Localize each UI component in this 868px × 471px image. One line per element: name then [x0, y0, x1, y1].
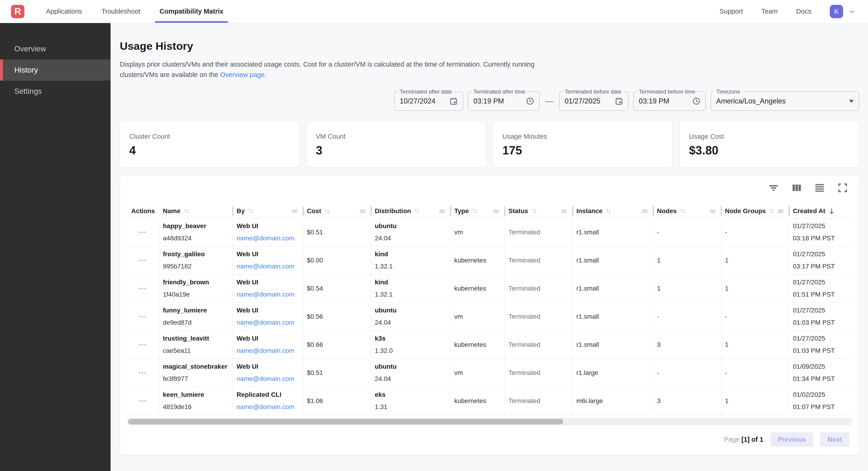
- terminated-before-date-input[interactable]: Terminated before date 01/27/2025: [559, 91, 629, 111]
- column-header-type[interactable]: Type: [451, 204, 505, 218]
- density-icon[interactable]: [813, 182, 826, 194]
- column-menu-icon[interactable]: [291, 208, 298, 214]
- stat-card-vm-count: VM Count 3: [306, 121, 486, 168]
- column-header-instance[interactable]: Instance: [573, 204, 653, 218]
- row-actions-button[interactable]: •••: [139, 286, 147, 292]
- account-menu[interactable]: K: [830, 5, 856, 18]
- cell-created-at: 01/27/202503:18 PM PST: [789, 218, 852, 246]
- column-menu-icon[interactable]: [777, 208, 784, 214]
- terminated-before-time-input[interactable]: Terminated before time 03:19 PM: [633, 91, 706, 111]
- cell-distribution: ubuntu24.04: [371, 359, 451, 387]
- cell-name: happy_beavera48d9324: [159, 218, 233, 246]
- sidebar-item-overview[interactable]: Overview: [0, 38, 111, 59]
- column-header-cost[interactable]: Cost: [303, 204, 371, 218]
- sort-icon: [323, 207, 331, 215]
- column-header-status[interactable]: Status: [505, 204, 573, 218]
- column-header-node_groups[interactable]: Node Groups: [721, 204, 789, 218]
- docs-link[interactable]: Docs: [796, 8, 811, 15]
- row-actions-button[interactable]: •••: [139, 229, 147, 235]
- cell-cost: $0.54: [303, 274, 371, 302]
- table-toolbar: [127, 181, 852, 194]
- cell-cost: $0.51: [303, 218, 371, 246]
- column-menu-icon[interactable]: [493, 208, 500, 214]
- clock-icon[interactable]: [526, 97, 534, 105]
- column-header-nodes[interactable]: Nodes: [653, 204, 721, 218]
- cell-status: Terminated: [505, 302, 573, 330]
- cell-node-groups: 1: [721, 274, 789, 302]
- previous-page-button[interactable]: Previous: [770, 432, 813, 447]
- calendar-icon[interactable]: [615, 97, 623, 105]
- cell-nodes: 3: [653, 331, 721, 358]
- row-actions-button[interactable]: •••: [139, 370, 147, 376]
- cell-by: Web UIname@domain.com: [233, 359, 303, 387]
- filter-icon[interactable]: [767, 182, 780, 194]
- cell-name: magical_stonebrakerfe3f8977: [159, 359, 233, 387]
- column-header-created_at[interactable]: Created At: [789, 204, 852, 218]
- fullscreen-icon[interactable]: [836, 182, 849, 194]
- cell-nodes: -: [653, 218, 721, 246]
- columns-icon[interactable]: [790, 182, 803, 194]
- cell-type: vm: [451, 218, 505, 246]
- cell-type: kubernetes: [451, 246, 505, 274]
- by-email-link[interactable]: name@domain.com: [237, 235, 294, 242]
- sidebar-item-settings[interactable]: Settings: [0, 81, 111, 102]
- cell-created-at: 01/27/202503:17 PM PST: [789, 246, 852, 274]
- cell-created-at: 01/27/202501:03 PM PST: [789, 302, 852, 330]
- chevron-down-icon[interactable]: [848, 8, 856, 16]
- cell-nodes: 1: [653, 246, 721, 274]
- support-link[interactable]: Support: [719, 8, 743, 15]
- sort-icon: [530, 207, 538, 215]
- cell-nodes: -: [653, 359, 721, 387]
- terminated-after-date-input[interactable]: Terminated after date 10/27/2024: [394, 91, 463, 111]
- column-menu-icon[interactable]: [359, 208, 366, 214]
- cell-by: Replicated CLIname@domain.com: [233, 387, 303, 415]
- replicated-logo[interactable]: R: [11, 5, 24, 18]
- column-menu-icon[interactable]: [561, 208, 568, 214]
- column-menu-icon[interactable]: [439, 208, 445, 214]
- row-actions-button[interactable]: •••: [139, 342, 147, 348]
- cell-status: Terminated: [505, 246, 573, 274]
- row-actions-button[interactable]: •••: [139, 257, 147, 263]
- cell-distribution: ubuntu24.04: [371, 218, 451, 246]
- sort-icon: [605, 207, 612, 215]
- timezone-select[interactable]: Timezone America/Los_Angeles: [711, 91, 859, 111]
- by-email-link[interactable]: name@domain.com: [237, 347, 294, 354]
- tab-applications[interactable]: Applications: [41, 0, 87, 23]
- cell-type: kubernetes: [451, 274, 505, 302]
- team-link[interactable]: Team: [761, 8, 778, 15]
- cell-distribution: kind1.32.1: [371, 246, 451, 274]
- table-row: •••magical_stonebrakerfe3f8977Web UIname…: [127, 359, 852, 387]
- table-row: •••keen_lumiere4819de16Replicated CLInam…: [127, 387, 852, 415]
- calendar-icon[interactable]: [450, 97, 458, 105]
- cell-type: kubernetes: [451, 331, 505, 358]
- overview-page-link[interactable]: Overview page: [220, 71, 265, 78]
- column-header-by[interactable]: By: [233, 204, 303, 218]
- page-description: Displays prior clusters/VMs and their as…: [120, 59, 562, 80]
- cell-nodes: 3: [653, 387, 721, 415]
- by-email-link[interactable]: name@domain.com: [237, 403, 294, 411]
- scrollbar-thumb[interactable]: [128, 419, 563, 424]
- by-email-link[interactable]: name@domain.com: [237, 291, 294, 298]
- by-email-link[interactable]: name@domain.com: [237, 319, 294, 326]
- by-email-link[interactable]: name@domain.com: [237, 263, 294, 270]
- sidebar-item-history[interactable]: History: [0, 59, 111, 81]
- column-menu-icon[interactable]: [641, 208, 648, 214]
- avatar[interactable]: K: [830, 5, 843, 18]
- row-actions-button[interactable]: •••: [139, 398, 147, 404]
- usage-history-table-panel: ActionsNameByCostDistributionTypeStatusI…: [120, 175, 859, 455]
- next-page-button[interactable]: Next: [820, 432, 849, 447]
- cell-type: kubernetes: [451, 387, 505, 415]
- stat-card-cluster-count: Cluster Count 4: [120, 121, 300, 168]
- row-actions-button[interactable]: •••: [139, 314, 147, 320]
- stat-card-usage-cost: Usage Cost $3.80: [680, 121, 859, 168]
- clock-icon[interactable]: [692, 97, 701, 105]
- cell-instance: r1.small: [573, 218, 653, 246]
- terminated-after-time-input[interactable]: Terminated after time 03:19 PM: [468, 91, 540, 111]
- tab-compatibility-matrix[interactable]: Compatibility Matrix: [155, 0, 228, 23]
- tab-troubleshoot[interactable]: Troubleshoot: [97, 0, 145, 23]
- by-email-link[interactable]: name@domain.com: [237, 375, 294, 383]
- cell-status: Terminated: [505, 387, 573, 415]
- column-header-name[interactable]: Name: [159, 204, 233, 218]
- column-header-distribution[interactable]: Distribution: [371, 204, 451, 218]
- column-menu-icon[interactable]: [709, 208, 716, 214]
